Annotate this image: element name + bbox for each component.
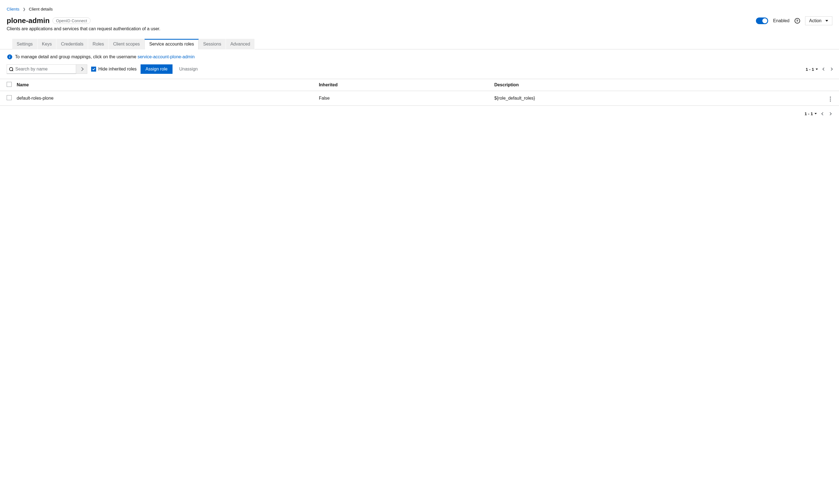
col-name: Name [14, 79, 316, 91]
search-icon [9, 67, 13, 71]
tab-keys[interactable]: Keys [37, 39, 57, 49]
pagination-bottom: 1 - 1 [805, 111, 831, 116]
service-account-link[interactable]: service-account-plone-admin [138, 54, 194, 59]
hide-inherited-label: Hide inherited roles [98, 67, 137, 72]
help-icon[interactable]: ? [794, 18, 800, 23]
action-dropdown-label: Action [809, 18, 822, 23]
tab-sessions[interactable]: Sessions [199, 39, 226, 49]
caret-down-icon[interactable] [816, 69, 818, 70]
row-checkbox[interactable] [7, 95, 12, 100]
info-bar: i To manage detail and group mappings, c… [7, 49, 832, 63]
tab-credentials[interactable]: Credentials [56, 39, 88, 49]
search-input[interactable] [15, 66, 74, 72]
page-next-button-bottom[interactable] [828, 112, 832, 115]
search-box [7, 65, 76, 74]
page-prev-button[interactable] [822, 68, 825, 71]
tab-settings[interactable]: Settings [12, 39, 37, 49]
row-actions-kebab[interactable] [829, 95, 832, 103]
info-icon: i [7, 54, 12, 59]
tab-client-scopes[interactable]: Client scopes [109, 39, 144, 49]
col-description: Description [492, 79, 826, 91]
arrow-right-icon [80, 67, 83, 71]
cell-inherited: False [316, 91, 492, 106]
unassign-button: Unassign [176, 65, 201, 74]
action-dropdown[interactable]: Action [805, 16, 832, 25]
protocol-badge: OpenID Connect [52, 17, 91, 24]
pagination-top: 1 - 1 [806, 67, 832, 72]
roles-table: Name Inherited Description default-roles… [0, 79, 839, 106]
table-row: default-roles-ploneFalse${role_default_r… [0, 91, 839, 106]
caret-down-icon [825, 20, 828, 22]
col-inherited: Inherited [316, 79, 492, 91]
tabs: SettingsKeysCredentialsRolesClient scope… [12, 39, 832, 49]
info-text-prefix: To manage detail and group mappings, cli… [15, 54, 138, 59]
caret-down-icon[interactable] [815, 113, 817, 114]
cell-name: default-roles-plone [14, 91, 316, 106]
breadcrumb: Clients ❯ Client details [7, 7, 832, 12]
page-range-bottom: 1 - 1 [805, 111, 813, 116]
enabled-label: Enabled [773, 18, 790, 23]
search-go-button[interactable] [76, 65, 87, 74]
cell-description: ${role_default_roles} [492, 91, 826, 106]
page-next-button[interactable] [829, 68, 833, 71]
page-subtitle: Clients are applications and services th… [7, 26, 832, 31]
assign-role-button[interactable]: Assign role [141, 65, 172, 74]
chevron-right-icon: ❯ [23, 7, 25, 11]
enabled-toggle[interactable] [756, 17, 768, 24]
select-all-checkbox[interactable] [7, 82, 12, 87]
page-range: 1 - 1 [806, 67, 814, 72]
page-title: plone-admin [7, 16, 50, 25]
info-text: To manage detail and group mappings, cli… [15, 54, 195, 59]
hide-inherited-checkbox[interactable] [91, 67, 96, 72]
toolbar: Hide inherited roles Assign role Unassig… [7, 63, 832, 79]
breadcrumb-current: Client details [29, 7, 53, 12]
tab-service-accounts-roles[interactable]: Service accounts roles [144, 39, 199, 49]
tab-roles[interactable]: Roles [88, 39, 109, 49]
breadcrumb-clients-link[interactable]: Clients [7, 7, 19, 12]
page-prev-button-bottom[interactable] [821, 112, 824, 115]
tab-advanced[interactable]: Advanced [226, 39, 255, 49]
